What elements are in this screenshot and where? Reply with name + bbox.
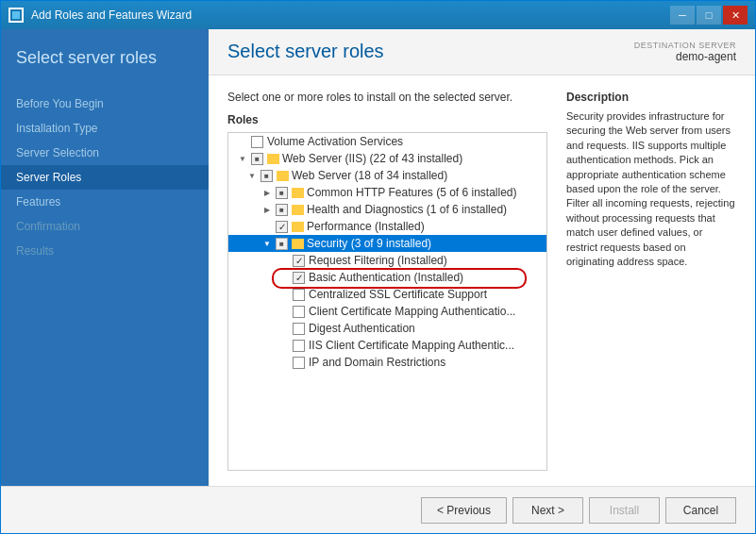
title-bar-left: Add Roles and Features Wizard bbox=[8, 8, 192, 23]
instruction-text: Select one or more roles to install on t… bbox=[227, 91, 547, 104]
checkbox-health-diag[interactable] bbox=[276, 204, 288, 216]
expand-icon bbox=[277, 356, 291, 369]
checkbox-centralized-ssl[interactable] bbox=[293, 289, 305, 301]
title-bar: Add Roles and Features Wizard ─ □ ✕ bbox=[1, 1, 755, 29]
checkbox-common-http[interactable] bbox=[276, 187, 288, 199]
role-label: Common HTTP Features (5 of 6 installed) bbox=[307, 186, 517, 199]
role-label: Centralized SSL Certificate Support bbox=[309, 288, 487, 301]
folder-icon bbox=[292, 239, 304, 249]
expand-icon bbox=[260, 220, 274, 233]
sidebar-item-server-roles[interactable]: Server Roles bbox=[1, 165, 209, 190]
sidebar-header: Select server roles bbox=[1, 29, 209, 84]
list-item[interactable]: Digest Authentication bbox=[228, 320, 546, 337]
role-label: Health and Diagnostics (1 of 6 installed… bbox=[307, 203, 507, 216]
expand-icon: ▼ bbox=[236, 152, 249, 165]
expand-icon bbox=[277, 339, 291, 352]
roles-label: Roles bbox=[227, 113, 547, 126]
role-label: Web Server (IIS) (22 of 43 installed) bbox=[282, 152, 462, 165]
list-item[interactable]: ▼ Web Server (18 of 34 installed) bbox=[228, 167, 546, 184]
expand-icon bbox=[277, 322, 291, 335]
roles-section: Select one or more roles to install on t… bbox=[227, 91, 547, 471]
checkbox-web-server-iis[interactable] bbox=[251, 153, 263, 165]
checkbox-basic-auth[interactable] bbox=[293, 272, 305, 284]
install-button[interactable]: Install bbox=[589, 497, 660, 524]
folder-icon bbox=[277, 171, 289, 181]
checkbox-security[interactable] bbox=[276, 238, 288, 250]
list-item[interactable]: ▼ Web Server (IIS) (22 of 43 installed) bbox=[228, 150, 546, 167]
expand-icon: ▼ bbox=[260, 237, 274, 250]
cancel-button[interactable]: Cancel bbox=[665, 497, 736, 524]
svg-rect-1 bbox=[12, 11, 20, 19]
minimize-button[interactable]: ─ bbox=[670, 6, 695, 25]
list-item[interactable]: ▶ Health and Diagnostics (1 of 6 install… bbox=[228, 201, 546, 218]
checkbox-client-cert[interactable] bbox=[293, 306, 305, 318]
sidebar-item-results: Results bbox=[1, 239, 209, 263]
checkbox-web-server[interactable] bbox=[260, 170, 273, 182]
list-item[interactable]: Client Certificate Mapping Authenticatio… bbox=[228, 303, 546, 320]
role-label: Digest Authentication bbox=[309, 322, 415, 335]
list-item[interactable]: IP and Domain Restrictions bbox=[228, 354, 546, 371]
checkbox-digest-auth[interactable] bbox=[293, 323, 305, 335]
main-content: Select server roles DESTINATION SERVER d… bbox=[209, 29, 755, 486]
page-title: Select server roles bbox=[227, 41, 384, 62]
sidebar-header-title: Select server roles bbox=[16, 48, 193, 69]
list-item[interactable]: ▶ Common HTTP Features (5 of 6 installed… bbox=[228, 184, 546, 201]
expand-icon: ▶ bbox=[260, 203, 274, 216]
description-section: Description Security provides infrastruc… bbox=[566, 91, 736, 471]
list-item-basic-auth[interactable]: Basic Authentication (Installed) bbox=[228, 269, 546, 286]
horizontal-scrollbar[interactable] bbox=[228, 470, 546, 471]
role-label: Client Certificate Mapping Authenticatio… bbox=[309, 305, 515, 318]
sidebar: Select server roles Before You Begin Ins… bbox=[1, 29, 209, 486]
role-label: IIS Client Certificate Mapping Authentic… bbox=[309, 339, 514, 352]
checkbox-request-filtering[interactable] bbox=[293, 255, 305, 267]
close-button[interactable]: ✕ bbox=[723, 6, 748, 25]
main-body: Select one or more roles to install on t… bbox=[209, 75, 755, 486]
sidebar-item-server-selection[interactable]: Server Selection bbox=[1, 141, 209, 165]
previous-button[interactable]: < Previous bbox=[421, 497, 507, 524]
folder-icon bbox=[292, 222, 304, 232]
destination-label: DESTINATION SERVER bbox=[634, 41, 736, 50]
list-item[interactable]: ▼ Security (3 of 9 installed) bbox=[228, 235, 546, 252]
title-bar-controls: ─ □ ✕ bbox=[670, 6, 748, 25]
expand-icon bbox=[277, 254, 291, 267]
checkbox-ip-domain[interactable] bbox=[293, 357, 305, 369]
description-title: Description bbox=[566, 91, 736, 104]
list-item[interactable]: Volume Activation Services bbox=[228, 133, 546, 150]
folder-icon bbox=[292, 188, 304, 198]
destination-server-info: DESTINATION SERVER demo-agent bbox=[634, 41, 736, 63]
checkbox-iis-client-cert[interactable] bbox=[293, 340, 305, 352]
expand-icon bbox=[277, 271, 291, 284]
main-header: Select server roles DESTINATION SERVER d… bbox=[209, 29, 755, 75]
window-icon bbox=[8, 8, 24, 23]
role-label: Web Server (18 of 34 installed) bbox=[292, 169, 447, 182]
folder-icon bbox=[292, 205, 304, 215]
next-button[interactable]: Next > bbox=[512, 497, 583, 524]
role-label: Performance (Installed) bbox=[307, 220, 425, 233]
roles-list[interactable]: Volume Activation Services ▼ Web Server … bbox=[228, 133, 546, 470]
footer: < Previous Next > Install Cancel bbox=[1, 486, 755, 533]
checkbox-volume-activation[interactable] bbox=[251, 136, 263, 148]
expand-icon bbox=[236, 135, 249, 148]
main-window: Add Roles and Features Wizard ─ □ ✕ Sele… bbox=[0, 0, 756, 534]
maximize-button[interactable]: □ bbox=[697, 6, 721, 25]
description-text: Security provides infrastructure for sec… bbox=[566, 109, 736, 269]
sidebar-item-before-you-begin[interactable]: Before You Begin bbox=[1, 92, 209, 116]
list-item[interactable]: IIS Client Certificate Mapping Authentic… bbox=[228, 337, 546, 354]
list-item[interactable]: Performance (Installed) bbox=[228, 218, 546, 235]
expand-icon bbox=[277, 288, 291, 301]
role-label: IP and Domain Restrictions bbox=[309, 356, 445, 369]
sidebar-item-features[interactable]: Features bbox=[1, 190, 209, 214]
checkbox-performance[interactable] bbox=[276, 221, 288, 233]
roles-list-container: Volume Activation Services ▼ Web Server … bbox=[227, 132, 547, 471]
role-label: Basic Authentication (Installed) bbox=[309, 271, 463, 284]
expand-icon: ▼ bbox=[245, 169, 259, 182]
list-item[interactable]: Centralized SSL Certificate Support bbox=[228, 286, 546, 303]
destination-name: demo-agent bbox=[634, 50, 736, 63]
role-label: Volume Activation Services bbox=[267, 135, 403, 148]
content-area: Select server roles Before You Begin Ins… bbox=[1, 29, 755, 486]
sidebar-item-installation-type[interactable]: Installation Type bbox=[1, 116, 209, 141]
role-label: Security (3 of 9 installed) bbox=[307, 237, 431, 250]
sidebar-item-confirmation: Confirmation bbox=[1, 214, 209, 239]
list-item[interactable]: Request Filtering (Installed) bbox=[228, 252, 546, 269]
expand-icon: ▶ bbox=[260, 186, 274, 199]
